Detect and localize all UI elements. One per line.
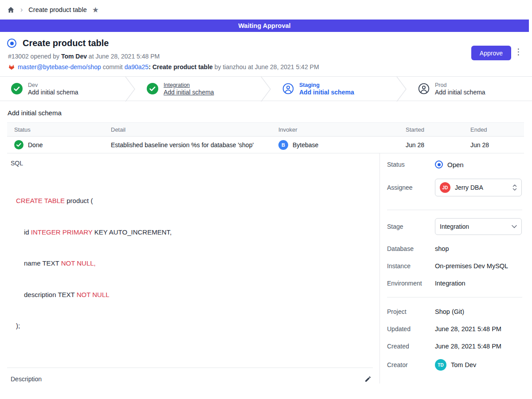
- task-section: Add initial schema Status Detail Invoker…: [0, 101, 532, 153]
- task-table-header: Status Detail Invoker Started Ended: [7, 122, 524, 137]
- creator-avatar: TD: [435, 359, 446, 371]
- edit-pencil-icon[interactable]: [364, 376, 372, 383]
- issue-author: Tom Dev: [61, 53, 87, 60]
- vcs-branch-link[interactable]: master@bytebase-demo/shop: [18, 63, 101, 70]
- stage-dev[interactable]: Dev Add initial schema: [0, 77, 125, 101]
- col-started: Started: [406, 126, 470, 133]
- environment-value: Integration: [435, 280, 466, 287]
- database-value: shop: [435, 245, 449, 252]
- approve-button[interactable]: Approve: [471, 46, 511, 60]
- user-circle-icon: [282, 83, 294, 94]
- task-invoker: Bytebase: [293, 141, 318, 149]
- issue-header: Create product table #13002 opened by To…: [0, 32, 532, 76]
- stage-env-label: Dev: [28, 82, 78, 88]
- task-ended: Jun 28: [470, 141, 524, 149]
- status-value: Open: [447, 161, 464, 168]
- vcs-commit-message: : Create product table: [149, 63, 213, 70]
- issue-open-icon: [7, 39, 16, 48]
- issue-meta: #13002 opened by Tom Dev at June 28, 202…: [8, 53, 525, 60]
- issue-opened-at: at June 28, 2021 5:48 PM: [87, 53, 160, 60]
- stage-label: Stage: [387, 223, 435, 230]
- status-label: Status: [387, 161, 435, 168]
- vcs-commit-line: master@bytebase-demo/shop commit da90a25…: [8, 63, 525, 70]
- updated-value: June 28, 2021 5:48 PM: [435, 325, 501, 332]
- stage-integration[interactable]: Integration Add initial schema: [136, 77, 261, 101]
- stage-separator: [125, 77, 136, 102]
- check-circle-icon: [147, 83, 158, 94]
- stage-task-label: Add initial schema: [435, 89, 485, 96]
- status-open-icon: [435, 160, 443, 168]
- stage-separator: [261, 77, 271, 102]
- updown-chevron-icon: [512, 184, 517, 191]
- pipeline: Dev Add initial schema Integration Add i…: [0, 76, 532, 101]
- task-section-title: Add initial schema: [8, 109, 524, 117]
- instance-label: Instance: [387, 262, 435, 270]
- breadcrumb: › Create product table ★: [0, 0, 532, 20]
- star-icon[interactable]: ★: [92, 6, 99, 14]
- stage-task-label: Add initial schema: [164, 89, 214, 96]
- assignee-select[interactable]: JD Jerry DBA: [435, 179, 522, 196]
- gitlab-icon: [8, 63, 15, 70]
- task-detail: Established baseline version %s for data…: [111, 141, 278, 149]
- stage-value: Integration: [440, 223, 469, 230]
- chevron-down-icon: [512, 225, 517, 228]
- vcs-commit-hash-link[interactable]: da90a25: [125, 63, 149, 70]
- col-ended: Ended: [470, 126, 524, 133]
- stage-env-label: Integration: [164, 82, 214, 88]
- creator-label: Creator: [387, 361, 435, 368]
- stage-staging[interactable]: Staging Add initial schema: [271, 77, 396, 101]
- assignee-value: Jerry DBA: [455, 184, 483, 191]
- breadcrumb-title: Create product table: [28, 6, 86, 13]
- breadcrumb-chevron-icon: ›: [20, 6, 23, 13]
- user-circle-icon: [418, 83, 430, 94]
- main-column: SQL CREATE TABLE product ( id INTEGER PR…: [0, 153, 380, 383]
- vcs-commit-by: by tianzhou at June 28, 2021 5:42 PM: [213, 63, 319, 70]
- sidebar-divider: [387, 297, 522, 297]
- project-value[interactable]: Shop (Git): [435, 308, 464, 315]
- environment-label: Environment: [387, 280, 435, 287]
- task-table: Status Detail Invoker Started Ended Done…: [7, 122, 524, 153]
- home-icon[interactable]: [7, 6, 15, 14]
- section-divider: [7, 368, 373, 368]
- col-status: Status: [7, 126, 111, 133]
- instance-value: On-premises Dev MySQL: [435, 262, 508, 270]
- sql-label: SQL: [11, 160, 379, 167]
- check-circle-icon: [14, 140, 23, 149]
- vcs-commit-word: commit: [101, 63, 125, 70]
- issue-ref: #13002 opened by: [8, 53, 61, 60]
- stage-separator: [396, 77, 407, 102]
- col-detail: Detail: [111, 126, 278, 133]
- stage-env-label: Prod: [435, 82, 485, 88]
- sidebar-divider: [387, 210, 522, 210]
- project-label: Project: [387, 308, 435, 315]
- assignee-avatar: JD: [440, 182, 450, 193]
- created-label: Created: [387, 343, 435, 350]
- issue-title: Create product table: [23, 38, 109, 48]
- created-value: June 28, 2021 5:48 PM: [435, 343, 501, 350]
- stage-select[interactable]: Integration: [435, 218, 522, 235]
- assignee-label: Assignee: [387, 184, 435, 191]
- stage-task-label: Add initial schema: [28, 89, 78, 96]
- check-circle-icon: [11, 83, 23, 94]
- invoker-avatar: B: [278, 140, 288, 150]
- stage-task-label: Add initial schema: [299, 89, 354, 96]
- stage-env-label: Staging: [299, 82, 354, 88]
- task-started: Jun 28: [406, 141, 470, 149]
- table-row[interactable]: Done Established baseline version %s for…: [7, 137, 524, 153]
- col-invoker: Invoker: [278, 126, 406, 133]
- updated-label: Updated: [387, 325, 435, 332]
- status-banner-text: Waiting Approval: [238, 22, 290, 29]
- sidebar: Status Open Assignee JD Jerry DBA Stage …: [380, 153, 532, 383]
- kebab-menu-icon[interactable]: ⋮: [514, 47, 523, 56]
- sql-code-block: CREATE TABLE product ( id INTEGER PRIMAR…: [16, 175, 379, 352]
- database-label: Database: [387, 245, 435, 252]
- stage-prod[interactable]: Prod Add initial schema: [407, 77, 532, 101]
- description-label: Description: [11, 376, 42, 383]
- status-banner: Waiting Approval: [0, 20, 529, 32]
- task-status: Done: [28, 141, 43, 149]
- creator-value: Tom Dev: [451, 361, 476, 368]
